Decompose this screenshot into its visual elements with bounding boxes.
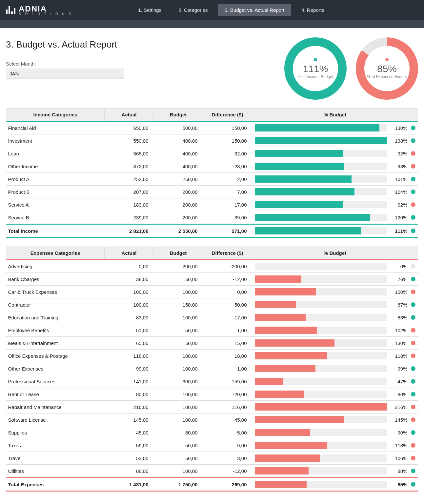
table-row: Taxes59,0050,009,00118% bbox=[6, 439, 418, 452]
cell-budget: 100,00 bbox=[154, 465, 203, 478]
cell-category: Service A bbox=[6, 198, 105, 211]
cell-budget: 1 750,00 bbox=[154, 478, 203, 491]
cell-actual: 99,00 bbox=[105, 362, 154, 375]
page: 3. Budget vs. Actual Report Select Month… bbox=[0, 28, 424, 504]
cell-pct-value: 120% bbox=[391, 215, 408, 220]
bar-chart-icon bbox=[255, 137, 387, 144]
cell-category: Advertising bbox=[6, 260, 105, 273]
cell-actual: 207,00 bbox=[105, 186, 154, 198]
cell-budget: 50,00 bbox=[154, 273, 203, 286]
bar-chart-icon bbox=[255, 391, 387, 398]
bar-chart-icon bbox=[255, 467, 387, 474]
cell-diff: 150,00 bbox=[203, 121, 252, 134]
cell-actual: 51,00 bbox=[105, 324, 154, 337]
cell-budget: 400,00 bbox=[154, 160, 203, 173]
cell-pct-value: 67% bbox=[391, 302, 408, 308]
status-dot-icon bbox=[411, 328, 415, 333]
cell-pct-value: 111% bbox=[391, 228, 408, 234]
cell-pct-value: 130% bbox=[391, 340, 408, 346]
cell-diff: 150,00 bbox=[203, 134, 252, 147]
bar-chart-icon bbox=[255, 214, 387, 221]
cell-actual: 650,00 bbox=[105, 121, 154, 134]
cell-actual: 118,00 bbox=[105, 350, 154, 362]
subbar bbox=[0, 20, 424, 28]
cell-diff: -20,00 bbox=[203, 388, 252, 401]
bar-chart-icon bbox=[255, 352, 387, 359]
cell-diff: 3,00 bbox=[203, 452, 252, 465]
cell-actual: 0,00 bbox=[105, 260, 154, 273]
cell-category: Car & Truck Expenses bbox=[6, 286, 105, 298]
cell-pct-budget: 88% bbox=[252, 465, 418, 478]
bar-chart-icon bbox=[255, 314, 387, 321]
col-header: % Budget bbox=[252, 247, 418, 260]
status-dot-icon bbox=[411, 277, 415, 281]
bar-chart-icon bbox=[255, 301, 387, 308]
cell-pct-budget: 92% bbox=[252, 147, 418, 160]
nav-tab-2[interactable]: 3. Budget vs. Actual Report bbox=[218, 4, 291, 16]
cell-diff: 1,00 bbox=[203, 324, 252, 337]
cell-pct-value: 104% bbox=[391, 189, 408, 195]
status-dot-icon bbox=[411, 430, 415, 435]
cell-pct-value: 0% bbox=[391, 264, 408, 269]
table-row: Loan368,00400,00-32,0092% bbox=[6, 147, 418, 160]
cell-actual: 65,00 bbox=[105, 337, 154, 350]
cell-category: Meals & Entertainment bbox=[6, 337, 105, 350]
cell-actual: 38,00 bbox=[105, 273, 154, 286]
cell-actual: 183,00 bbox=[105, 198, 154, 211]
bar-chart-icon bbox=[255, 429, 387, 436]
bar-chart-icon bbox=[255, 481, 387, 488]
cell-actual: 2 821,00 bbox=[105, 224, 154, 238]
topbar: ADNIA S O L U T I O N S 1. Settings2. Ca… bbox=[0, 0, 424, 20]
cell-pct-value: 80% bbox=[391, 392, 408, 397]
nav-tab-3[interactable]: 4. Reports bbox=[295, 4, 331, 16]
nav-tab-0[interactable]: 1. Settings bbox=[131, 4, 168, 16]
cell-category: Utilities bbox=[6, 465, 105, 478]
donut-charts: 111%% of Income Budget85%% of Expenses B… bbox=[284, 37, 418, 100]
cell-actual: 100,00 bbox=[105, 298, 154, 311]
status-dot-icon bbox=[411, 315, 415, 320]
cell-pct-budget: 47% bbox=[252, 375, 418, 388]
cell-diff: -1,00 bbox=[203, 362, 252, 375]
bar-chart-icon bbox=[255, 263, 387, 270]
table-row: Repair and Maintenance216,00100,00116,00… bbox=[6, 401, 418, 413]
status-dot-icon bbox=[411, 469, 415, 473]
donut-chart-1: 85%% of Expenses Budget bbox=[356, 37, 418, 100]
cell-pct-value: 216% bbox=[391, 404, 408, 410]
brand-logo: ADNIA S O L U T I O N S bbox=[6, 4, 72, 16]
nav-tab-1[interactable]: 2. Categories bbox=[172, 4, 214, 16]
table-row: Professional Services141,00300,00-159,00… bbox=[6, 375, 418, 388]
cell-pct-budget: 118% bbox=[252, 350, 418, 362]
cell-pct-budget: 102% bbox=[252, 324, 418, 337]
cell-actual: 88,00 bbox=[105, 465, 154, 478]
cell-actual: 252,00 bbox=[105, 173, 154, 186]
cell-pct-value: 92% bbox=[391, 202, 408, 208]
cell-actual: 145,00 bbox=[105, 413, 154, 426]
bar-chart-icon bbox=[255, 454, 387, 462]
table-row: Total Income2 821,002 550,00271,00111% bbox=[6, 224, 418, 238]
page-title: 3. Budget vs. Actual Report bbox=[6, 39, 124, 50]
cell-diff: -12,00 bbox=[203, 465, 252, 478]
status-dot-icon bbox=[411, 138, 415, 143]
cell-category: Taxes bbox=[6, 439, 105, 452]
cell-pct-value: 93% bbox=[391, 164, 408, 169]
table-row: Product A252,00250,002,00101% bbox=[6, 173, 418, 186]
bar-chart-icon bbox=[255, 163, 387, 170]
cell-pct-value: 99% bbox=[391, 366, 408, 372]
cell-pct-budget: 83% bbox=[252, 311, 418, 324]
cell-diff: -32,00 bbox=[203, 147, 252, 160]
cell-pct-budget: 92% bbox=[252, 198, 418, 211]
select-month-dropdown[interactable]: JAN bbox=[6, 69, 124, 79]
status-dot-icon bbox=[411, 151, 415, 156]
table-row: Travel53,0050,003,00106% bbox=[6, 452, 418, 465]
cell-pct-budget: 106% bbox=[252, 452, 418, 465]
cell-category: Office Expenses & Postage bbox=[6, 350, 105, 362]
status-dot-icon bbox=[411, 126, 415, 130]
status-dot-icon bbox=[411, 264, 415, 269]
cell-pct-value: 145% bbox=[391, 417, 408, 423]
cell-actual: 45,00 bbox=[105, 426, 154, 439]
cell-pct-budget: 85% bbox=[252, 478, 418, 491]
cell-diff: -200,00 bbox=[203, 260, 252, 273]
cell-pct-value: 130% bbox=[391, 125, 408, 131]
bar-chart-icon bbox=[255, 378, 387, 385]
cell-pct-budget: 99% bbox=[252, 362, 418, 375]
